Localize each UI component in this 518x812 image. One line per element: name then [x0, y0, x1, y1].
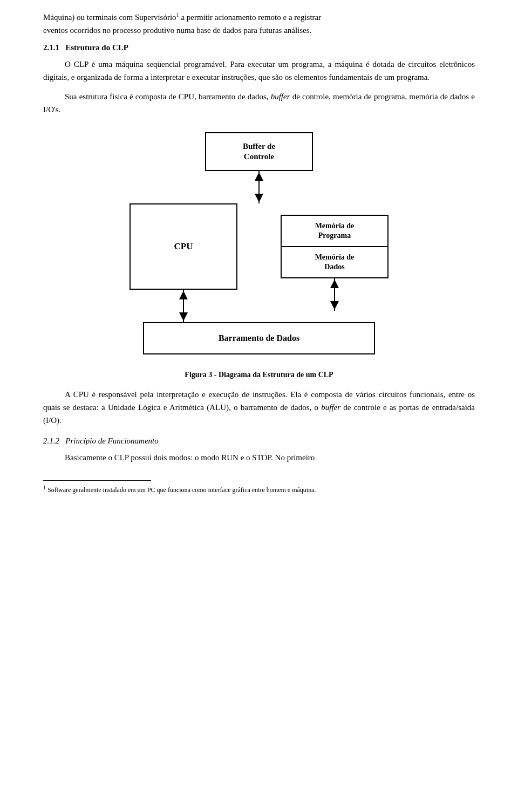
buffer-section: Buffer deControle [205, 132, 313, 203]
barramento-label: Barramento de Dados [219, 333, 299, 343]
middle-section: CPU Memória dePrograma Memória deDados [130, 203, 388, 322]
section-title-211: Estrutura do CLP [65, 43, 128, 52]
svg-marker-5 [179, 312, 188, 321]
intro-line1b: a permitir acionamento remoto e a regist… [179, 13, 322, 22]
cpu-box: CPU [130, 203, 237, 290]
memoria-dados-label: Memória deDados [315, 253, 355, 272]
arrow-memoria-barramento [318, 278, 351, 311]
cpu-column: CPU [130, 203, 237, 322]
intro-line2: eventos ocorridos no processo produtivo … [43, 26, 311, 35]
body-para-funcionamento: Basicamente o CLP possui dois modos: o m… [43, 451, 475, 464]
figure-caption-text: Figura 3 - Diagrama da Estrutura de um C… [185, 371, 333, 379]
intro-line1: Máquina) ou terminais com Supervisório [43, 13, 176, 22]
intro-paragraph: Máquina) ou terminais com Supervisório1 … [43, 11, 475, 37]
section-heading-211: 2.1.1 Estrutura do CLP [43, 43, 475, 52]
buffer-label: Buffer deControle [243, 141, 275, 162]
figure-caption: Figura 3 - Diagrama da Estrutura de um C… [43, 371, 475, 379]
svg-marker-7 [330, 279, 339, 288]
section-number-212: 2.1.2 [43, 436, 59, 445]
memoria-dados-box: Memória deDados [281, 246, 388, 278]
body-para1-text: O CLP é uma máquina seqüencial programáv… [43, 60, 475, 81]
body-para2-italic: buffer [271, 92, 290, 101]
memoria-programa-box: Memória dePrograma [281, 215, 388, 247]
body-para2: Sua estrutura física é composta de CPU, … [43, 90, 475, 116]
section-heading-212: 2.1.2 Princípio de Funcionamento [43, 436, 475, 446]
body-para-funcionamento-text: Basicamente o CLP possui dois modos: o m… [65, 453, 315, 462]
memoria-programa-label: Memória dePrograma [315, 221, 355, 241]
body-para2-start: Sua estrutura física é composta de CPU, … [65, 92, 271, 101]
svg-marker-2 [255, 194, 263, 202]
footnote: 1 Software geralmente instalado em um PC… [43, 484, 475, 495]
arrow-buffer-cpu [243, 171, 275, 203]
barramento-box: Barramento de Dados [143, 322, 375, 354]
body-after-diagram-para1: A CPU é responsável pela interpretação e… [43, 388, 475, 427]
section-number-211: 2.1.1 [43, 43, 59, 52]
body-after-para1-italic: buffer [321, 403, 340, 412]
svg-marker-4 [179, 291, 188, 299]
arrow-cpu-barramento [167, 290, 200, 322]
svg-marker-8 [330, 301, 339, 310]
section-title-212: Princípio de Funcionamento [65, 436, 158, 445]
footnote-text: Software geralmente instalado em um PC q… [46, 486, 316, 494]
buffer-box: Buffer deControle [205, 132, 313, 171]
page: Máquina) ou terminais com Supervisório1 … [0, 0, 518, 516]
clp-diagram: Buffer deControle CPU [108, 132, 410, 354]
svg-marker-1 [255, 172, 263, 181]
footnote-divider [43, 480, 151, 481]
cpu-label: CPU [174, 241, 193, 252]
body-para1: O CLP é uma máquina seqüencial programáv… [43, 58, 475, 84]
memoria-column: Memória dePrograma Memória deDados [281, 215, 388, 311]
